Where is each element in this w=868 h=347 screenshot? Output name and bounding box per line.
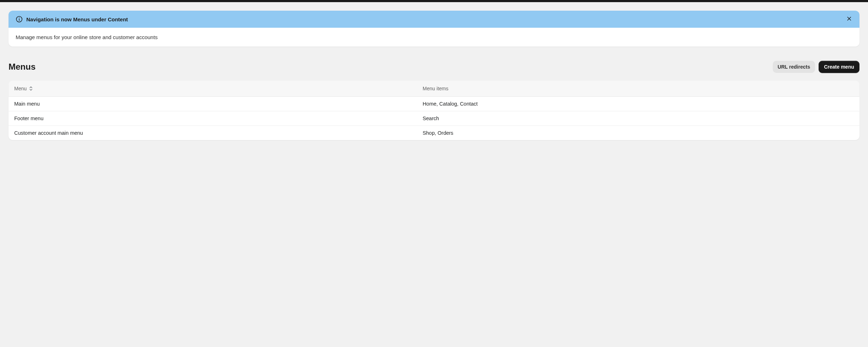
- page-container: Navigation is now Menus under Content Ma…: [0, 2, 868, 149]
- menu-items-cell: Search: [417, 111, 859, 126]
- table-row[interactable]: Footer menu Search: [9, 111, 859, 126]
- menus-table: Menu Menu items: [9, 81, 859, 140]
- page-header: Menus URL redirects Create menu: [9, 61, 859, 73]
- svg-point-2: [19, 17, 20, 18]
- menus-table-card: Menu Menu items: [9, 81, 859, 140]
- table-header-menu-items: Menu items: [417, 81, 859, 97]
- menu-name-cell: Footer menu: [9, 111, 417, 126]
- table-header-menu[interactable]: Menu: [9, 81, 417, 97]
- banner-body: Manage menus for your online store and c…: [9, 28, 859, 47]
- column-label-menu: Menu: [14, 86, 27, 91]
- info-banner: Navigation is now Menus under Content Ma…: [9, 11, 859, 47]
- table-row[interactable]: Main menu Home, Catalog, Contact: [9, 97, 859, 111]
- banner-header: Navigation is now Menus under Content: [9, 11, 859, 28]
- page-title: Menus: [9, 62, 36, 72]
- close-icon: [846, 16, 852, 23]
- create-menu-button[interactable]: Create menu: [819, 61, 859, 73]
- menu-name-cell: Main menu: [9, 97, 417, 111]
- menu-items-cell: Home, Catalog, Contact: [417, 97, 859, 111]
- banner-close-button[interactable]: [844, 14, 854, 25]
- sort-icon: [29, 86, 33, 91]
- menu-name-cell: Customer account main menu: [9, 126, 417, 140]
- info-icon: [16, 16, 23, 23]
- page-actions: URL redirects Create menu: [773, 61, 859, 73]
- banner-title: Navigation is now Menus under Content: [26, 16, 128, 22]
- table-row[interactable]: Customer account main menu Shop, Orders: [9, 126, 859, 140]
- column-label-menu-items: Menu items: [423, 86, 448, 91]
- url-redirects-button[interactable]: URL redirects: [773, 61, 815, 73]
- menu-items-cell: Shop, Orders: [417, 126, 859, 140]
